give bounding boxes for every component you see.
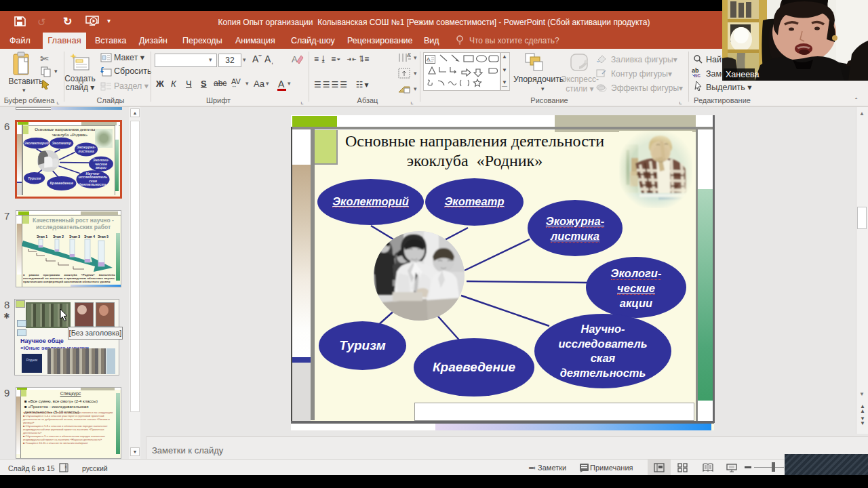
- svg-text:Экотеатр: Экотеатр: [52, 141, 72, 145]
- svg-text:A: A: [407, 52, 411, 58]
- svg-text:Этап 3: Этап 3: [69, 235, 80, 239]
- svg-text:деятельность: деятельность: [79, 182, 107, 186]
- svg-text:Научно-: Научно-: [85, 171, 100, 176]
- svg-text:ческие: ческие: [95, 162, 107, 166]
- svg-text:A: A: [292, 54, 298, 64]
- svg-text:Этап 4: Этап 4: [84, 235, 95, 239]
- svg-text:ская: ская: [89, 179, 98, 183]
- svg-text:листика: листика: [77, 149, 94, 153]
- svg-text:Краеведение: Краеведение: [50, 181, 73, 185]
- svg-text:исследователь: исследователь: [79, 175, 107, 179]
- svg-text:x: x: [64, 464, 67, 470]
- svg-text:Этап 2: Этап 2: [53, 235, 64, 239]
- svg-text:Этап 5: Этап 5: [98, 235, 108, 239]
- svg-text:Экологи-: Экологи-: [93, 158, 109, 162]
- svg-text:Экожурна-: Экожурна-: [77, 145, 96, 149]
- svg-text:акции: акции: [96, 165, 106, 169]
- svg-text:Эколекторий: Эколекторий: [24, 141, 49, 145]
- svg-text:Туризм: Туризм: [28, 176, 41, 180]
- svg-text:Этап 1: Этап 1: [37, 235, 47, 239]
